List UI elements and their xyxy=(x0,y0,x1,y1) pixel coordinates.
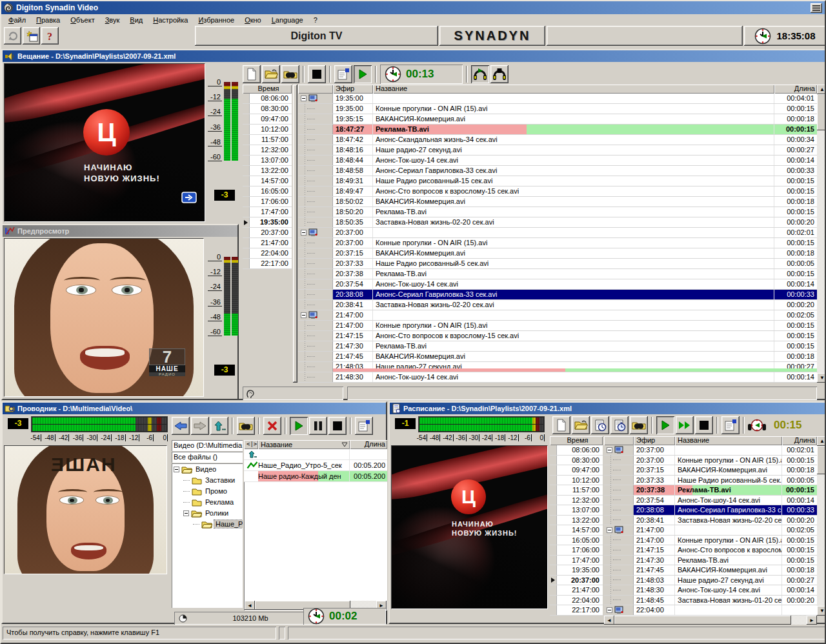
playlist-row[interactable]: 20:37:15ВАКАНСИЯ-Коммерция.avi00:00:18 xyxy=(298,248,817,259)
air-column-header[interactable]: Эфир xyxy=(634,436,675,445)
time-row[interactable]: 22:04:00 xyxy=(243,248,292,259)
time-row[interactable]: 22:17:00 xyxy=(243,259,292,269)
playlist-row[interactable]: 20:38:08Анонс-Сериал Гавриловка-33 сек.a… xyxy=(298,290,817,300)
schedule-timer-button[interactable] xyxy=(610,416,629,434)
play-button[interactable] xyxy=(290,417,308,435)
playlist-row[interactable]: 18:48:44Анонс-Ток-шоу-14 сек.avi00:00:14 xyxy=(298,156,817,166)
playlist-row[interactable]: 21:47:45ВАКАНСИЯ-Коммерция.avi00:00:18 xyxy=(298,352,817,362)
time-row[interactable]: 20:37:00 xyxy=(550,576,603,586)
playlist-row[interactable]: 18:50:35Заставка-Новая жизнь-02-20 сек.a… xyxy=(298,217,817,228)
time-row[interactable]: 08:30:00 xyxy=(243,104,292,114)
tree-column-header[interactable] xyxy=(604,436,634,445)
time-row[interactable]: 16:05:00 xyxy=(550,536,603,546)
time-row[interactable]: 22:04:00 xyxy=(550,596,603,606)
scroll-right-button[interactable]: ► xyxy=(807,616,817,625)
file-row[interactable] xyxy=(244,449,387,460)
schedule-titlebar[interactable]: Расписание - D:\Synadin\Playlists\2007-0… xyxy=(390,403,826,414)
playlist-row[interactable]: 18:47:27Реклама-ТВ.avi00:00:15 xyxy=(298,125,817,135)
time-row[interactable]: 08:30:00 xyxy=(550,456,603,466)
time-row[interactable]: 08:06:00 xyxy=(243,94,292,104)
air-column-header[interactable]: Эфир xyxy=(333,85,373,94)
time-row[interactable]: 19:35:00 xyxy=(550,565,603,576)
scroll-thumb[interactable] xyxy=(817,446,826,474)
schedule-hscrollbar[interactable]: ◄ ► xyxy=(604,616,817,625)
time-row[interactable]: 11:57:00 xyxy=(243,135,292,145)
time-column-header[interactable]: Время xyxy=(243,85,292,94)
playlist-row[interactable]: 21:48:45Заставка-Новая жизнь-01-20 сек.a… xyxy=(604,596,817,606)
time-row[interactable]: 17:06:00 xyxy=(550,545,603,556)
time-row[interactable]: 20:37:00 xyxy=(243,228,292,238)
menu-item[interactable]: Language xyxy=(267,15,308,25)
time-row[interactable]: 11:57:00 xyxy=(550,485,603,496)
time-row[interactable]: 17:06:00 xyxy=(243,197,292,207)
playlist-row[interactable]: 21:47:30Реклама-ТВ.avi00:00:15 xyxy=(298,341,817,352)
broadcast-titlebar[interactable]: Вещание - D:\Synadin\Playlists\2007-09-2… xyxy=(3,50,826,62)
search-button[interactable] xyxy=(630,416,648,434)
length-column-header[interactable]: Длина xyxy=(350,440,387,449)
file-row[interactable]: Наше радио-Каждый ден00:05.200 xyxy=(244,471,387,482)
playlist-row[interactable]: 20:37:00Конные прогулки - ON AIR (15).av… xyxy=(298,238,817,248)
playlist-row[interactable]: 18:49:31Наше Радио рисованный-15 сек.avi… xyxy=(298,176,817,186)
time-row[interactable]: 21:47:00 xyxy=(550,585,603,596)
expand-minus-icon[interactable] xyxy=(301,312,307,318)
title-menu-button[interactable] xyxy=(811,3,822,13)
scroll-down-button[interactable]: ▼ xyxy=(817,606,826,616)
playlist-row[interactable]: 21:47:00Конные прогулки - ON AIR (15).av… xyxy=(298,321,817,331)
playlist-group-row[interactable]: 21:47:0000:02:05 xyxy=(298,310,817,321)
tree-item[interactable]: Реклама xyxy=(172,496,243,507)
time-row[interactable]: 12:32:00 xyxy=(243,145,292,156)
schedule-clock-button[interactable] xyxy=(591,416,609,434)
menu-item[interactable]: Файл xyxy=(3,15,31,25)
playlist-group-row[interactable]: 20:37:0000:02:01 xyxy=(298,228,817,238)
back-button[interactable] xyxy=(172,417,190,435)
scroll-left-button[interactable]: ◄ xyxy=(245,601,255,610)
time-row[interactable]: 13:22:00 xyxy=(243,166,292,176)
new-schedule-button[interactable] xyxy=(552,416,570,434)
playlist-row[interactable]: 20:38:41Заставка-Новая жизнь-02-20 сек.a… xyxy=(298,300,817,310)
time-row[interactable]: 17:47:00 xyxy=(550,556,603,566)
properties-button[interactable] xyxy=(721,416,740,434)
tree-item[interactable]: Ролики xyxy=(172,507,243,518)
type-column-header[interactable]: <|> xyxy=(244,440,258,449)
playlist-row[interactable]: 20:38:08Анонс-Сериал Гавриловка-33 сек.a… xyxy=(604,505,817,516)
search-media-button[interactable] xyxy=(281,65,299,83)
playlist-row[interactable]: 19:35:15ВАКАНСИЯ-Коммерция.avi00:00:18 xyxy=(298,114,817,125)
properties-button[interactable] xyxy=(334,65,352,83)
fast-forward-button[interactable] xyxy=(676,416,694,434)
playlist-row[interactable]: 20:37:54Анонс-Ток-шоу-14 сек.avi00:00:14 xyxy=(298,279,817,290)
playlist-vscrollbar[interactable]: ▲ ▼ xyxy=(817,85,826,383)
playlist-row[interactable]: 19:35:00Конные прогулки - ON AIR (15).av… xyxy=(298,104,817,114)
up-folder-button[interactable] xyxy=(210,417,228,435)
schedule-vscrollbar[interactable]: ▲ ▼ xyxy=(817,436,826,616)
playlist-row[interactable]: 21:48:30Анонс-Ток-шоу-14 сек.avi00:00:14 xyxy=(298,372,817,383)
playlist-row[interactable]: 21:48:30Анонс-Ток-шоу-14 сек.avi00:00:14 xyxy=(604,585,817,596)
playlist-row[interactable]: 21:47:15Анонс-Сто вопросов к взрослому-1… xyxy=(298,331,817,341)
open-schedule-button[interactable] xyxy=(572,416,590,434)
scroll-up-button[interactable]: ▲ xyxy=(817,436,826,446)
playlist-row[interactable]: 20:37:33Наше Радио рисованный-5 сек.avi0… xyxy=(604,476,817,486)
expand-minus-icon[interactable] xyxy=(607,527,612,533)
new-window-button[interactable] xyxy=(23,27,40,45)
time-row[interactable]: 13:07:00 xyxy=(550,505,603,516)
expand-minus-icon[interactable] xyxy=(174,467,179,472)
time-row[interactable]: 09:47:00 xyxy=(550,465,603,476)
playlist-row[interactable]: 18:50:02ВАКАНСИЯ-Коммерция.avi00:00:18 xyxy=(298,197,817,207)
expand-minus-icon[interactable] xyxy=(301,96,307,101)
playlist-row[interactable]: 18:50:20Реклама-ТВ.avi00:00:15 xyxy=(298,207,817,217)
scroll-down-button[interactable]: ▼ xyxy=(817,373,826,383)
monitor-stop-button[interactable] xyxy=(490,65,509,83)
playlist-row[interactable]: 18:48:16Наше радио-27 секунд.avi00:00:27 xyxy=(298,145,817,156)
preview-titlebar[interactable]: Предпросмотр xyxy=(3,225,237,237)
playlist-row[interactable]: 20:37:33Наше Радио рисованный-5 сек.avi0… xyxy=(298,259,817,269)
playlist-group-row[interactable]: 21:47:0000:02:05 xyxy=(604,525,817,536)
file-row[interactable]: Наше_Радио_Утро-5_сек00:05.200 xyxy=(244,460,387,471)
length-column-header[interactable]: Длина xyxy=(774,85,817,94)
time-row[interactable]: 09:47:00 xyxy=(243,114,292,125)
search-button[interactable] xyxy=(237,417,255,435)
expand-minus-icon[interactable] xyxy=(183,510,189,516)
time-row[interactable]: 16:05:00 xyxy=(243,186,292,197)
pause-button[interactable] xyxy=(309,417,327,435)
playlist-group-row[interactable]: 20:37:0000:02:01 xyxy=(604,445,817,456)
time-row[interactable]: 08:06:00 xyxy=(550,445,603,456)
time-row[interactable]: 10:12:00 xyxy=(550,476,603,486)
